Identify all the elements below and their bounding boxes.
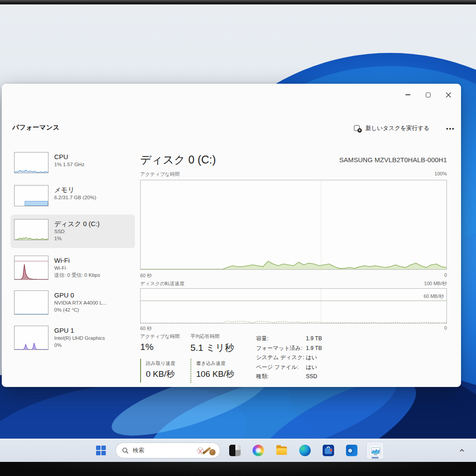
- desktop-screen: パフォーマンス + 新しいタスクを実行する ••• CPU 1% 1.57 GH…: [0, 4, 476, 462]
- chart2-x-left: 60 秒: [140, 325, 152, 332]
- windows-start-icon: [96, 446, 106, 455]
- copilot-icon: [253, 445, 264, 456]
- detail-page-file: ページ ファイル: はい: [256, 363, 388, 372]
- active-time-axis-label: アクティブな時間: [140, 171, 180, 178]
- chart1-x-right: 0: [444, 272, 447, 279]
- dark-app-icon: [229, 445, 241, 456]
- detail-capacity: 容量: 1.9 TB: [256, 334, 388, 344]
- active-time-stat-label: アクティブな時間: [140, 333, 189, 340]
- sidebar-item-wifi[interactable]: Wi-Fi Wi-Fi 送信: 0 受信: 0 Kbps: [11, 253, 135, 283]
- disk-device-name: SAMSUNG MZVLB2T0HALB-000H1: [339, 156, 447, 164]
- gpu1-mini-chart: [14, 326, 48, 350]
- gpu0-mini-chart: [14, 290, 48, 315]
- store-icon: [323, 445, 334, 456]
- detail-type: 種類: SSD: [256, 372, 388, 382]
- memory-mini-chart: [14, 185, 48, 206]
- sidebar-disk-title: ディスク 0 (C:): [54, 219, 100, 228]
- sidebar-gpu1-title: GPU 1: [54, 326, 105, 335]
- chevron-up-icon[interactable]: [459, 448, 465, 453]
- disk-panel-title: ディスク 0 (C:): [140, 152, 216, 167]
- write-speed-value: 106 KB/秒: [196, 368, 234, 380]
- write-speed-label: 書き込み速度: [196, 360, 234, 367]
- sidebar-memory-title: メモリ: [54, 186, 96, 194]
- monitor-photo: パフォーマンス + 新しいタスクを実行する ••• CPU 1% 1.57 GH…: [0, 0, 476, 476]
- sidebar-wifi-title: Wi-Fi: [54, 256, 100, 264]
- read-speed-value: 0 KB/秒: [146, 368, 175, 380]
- active-time-stat-value: 1%: [140, 342, 189, 352]
- sidebar-disk-usage: 1%: [54, 235, 100, 242]
- taskbar-task-manager[interactable]: [366, 442, 384, 459]
- active-time-max-label: 100%: [435, 171, 447, 178]
- wifi-mini-chart: [14, 256, 48, 280]
- sidebar-item-memory[interactable]: メモリ 6.2/31.7 GB (20%): [11, 182, 135, 209]
- sidebar-wifi-stats: 送信: 0 受信: 0 Kbps: [54, 271, 100, 279]
- disk-detail-panel: ディスク 0 (C:) SAMSUNG MZVLB2T0HALB-000H1 ア…: [140, 84, 449, 387]
- outlook-icon: [346, 445, 357, 456]
- disk-mini-chart: [14, 219, 48, 240]
- taskbar-edge[interactable]: [296, 442, 314, 459]
- active-time-chart: [140, 180, 447, 270]
- taskbar-copilot[interactable]: [249, 442, 267, 459]
- sidebar-gpu1-name: Intel(R) UHD Graphics: [54, 335, 105, 342]
- sidebar-cpu-stats: 1% 1.57 GHz: [54, 161, 84, 168]
- avg-response-stat-value: 5.1 ミリ秒: [190, 342, 252, 354]
- sidebar-item-cpu[interactable]: CPU 1% 1.57 GHz: [11, 149, 135, 176]
- read-speed-label: 読み取り速度: [146, 360, 175, 367]
- chart2-x-right: 0: [444, 325, 447, 332]
- sidebar-gpu1-stats: 0%: [54, 342, 105, 349]
- start-button[interactable]: [92, 442, 110, 459]
- detail-formatted: フォーマット済み: 1.9 TB: [256, 344, 388, 353]
- task-manager-window: パフォーマンス + 新しいタスクを実行する ••• CPU 1% 1.57 GH…: [2, 84, 461, 387]
- chart1-x-left: 60 秒: [140, 272, 152, 279]
- taskbar-store[interactable]: [320, 442, 337, 459]
- search-icon: [122, 447, 129, 454]
- task-manager-icon: [369, 445, 381, 456]
- search-daily-doodle-baseball: [197, 446, 216, 455]
- sidebar-wifi-name: Wi-Fi: [54, 264, 100, 271]
- sidebar-memory-stats: 6.2/31.7 GB (20%): [54, 194, 96, 201]
- transfer-rate-axis-label: ディスクの転送速度: [140, 280, 184, 287]
- sidebar-item-disk0[interactable]: ディスク 0 (C:) SSD 1%: [11, 215, 135, 248]
- detail-system-disk: システム ディスク: はい: [256, 353, 388, 363]
- transfer-rate-max-label: 100 MB/秒: [424, 280, 447, 287]
- taskbar-app-dark[interactable]: [226, 442, 244, 459]
- search-placeholder: 検索: [133, 446, 193, 454]
- taskbar-outlook[interactable]: [343, 442, 361, 459]
- taskbar: 検索: [0, 439, 476, 462]
- sidebar-cpu-title: CPU: [54, 152, 84, 161]
- sidebar-disk-type: SSD: [54, 228, 100, 235]
- sidebar-item-gpu1[interactable]: GPU 1 Intel(R) UHD Graphics 0%: [11, 323, 135, 353]
- write-speed-stat: 書き込み速度 106 KB/秒: [190, 359, 234, 383]
- file-explorer-icon: [276, 445, 287, 456]
- cpu-mini-chart: [14, 152, 48, 173]
- transfer-rate-chart: 60 MB/秒: [140, 288, 447, 324]
- sidebar-gpu0-name: NVIDIA RTX A4000 L...: [54, 299, 107, 306]
- page-title: パフォーマンス: [12, 123, 60, 132]
- sidebar-gpu0-stats: 0% (42 °C): [54, 306, 107, 313]
- disk-details-list: 容量: 1.9 TB フォーマット済み: 1.9 TB システム ディスク: は…: [256, 334, 388, 382]
- avg-response-stat-label: 平均応答時間: [190, 333, 252, 340]
- edge-icon: [299, 445, 311, 456]
- monitor-bezel-top: [0, 0, 476, 4]
- active-time-stat: アクティブな時間 1%: [140, 333, 189, 352]
- avg-response-stat: 平均応答時間 5.1 ミリ秒: [190, 333, 252, 354]
- monitor-bezel-bottom: [0, 462, 476, 476]
- taskbar-search-box[interactable]: 検索: [115, 443, 220, 458]
- sidebar-item-gpu0[interactable]: GPU 0 NVIDIA RTX A4000 L... 0% (42 °C): [11, 288, 135, 317]
- read-speed-stat: 読み取り速度 0 KB/秒: [140, 359, 175, 383]
- sidebar-gpu0-title: GPU 0: [54, 291, 107, 299]
- taskbar-file-explorer[interactable]: [273, 442, 290, 459]
